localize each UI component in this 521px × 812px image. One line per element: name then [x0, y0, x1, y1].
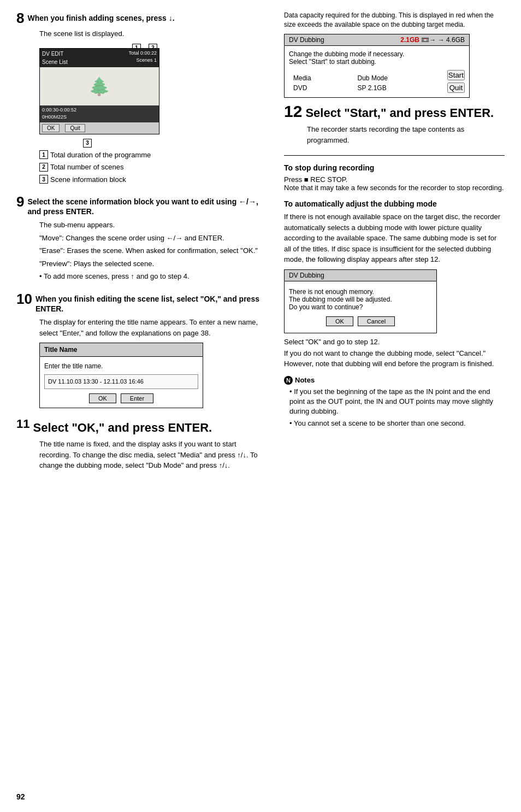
dv-screen-timeline: 0:00:30-0:00:52 0H00M22S	[40, 105, 159, 122]
step-9-number: 9	[16, 195, 24, 209]
step-12-number: 12	[284, 103, 302, 120]
start-button[interactable]: Start	[447, 70, 465, 80]
right-column: Data capacity required for the dubbing. …	[284, 11, 505, 481]
legend-label-2: Total number of scenes	[50, 162, 123, 173]
title-name-box: Title Name Enter the title name. DV 11.1…	[39, 343, 203, 408]
dv-screen-header: DV EDIT Scene List Total 0:00:22 Scenes	[40, 49, 159, 67]
step-9-body: The sub-menu appears. "Move": Changes th…	[39, 220, 268, 282]
step-8-header: 8 When you finish adding scenes, press ↓…	[16, 11, 268, 25]
legend-item-2: 2 Total number of scenes	[39, 162, 268, 173]
step-12-block: 12 Select "Start," and press ENTER. The …	[284, 103, 505, 146]
tree-icon: 🌲	[88, 73, 110, 99]
step-11-number: 11	[16, 418, 29, 430]
confirm-line3: Do you want to continue?	[289, 303, 432, 311]
mode-value: SP 2.1GB	[353, 83, 447, 93]
legend-num-3: 3	[39, 175, 48, 184]
dv-ok-button[interactable]: OK	[42, 124, 60, 132]
dvd-value: DVD	[289, 83, 353, 93]
scene-list-label: Scene List	[42, 58, 68, 66]
dv-dub-title-1: DV Dubbing	[289, 36, 324, 44]
confirm-cancel-button[interactable]: Cancel	[358, 316, 395, 326]
auto-adjust-title: To automatically adjust the dubbing mode	[284, 199, 505, 208]
title-name-body: Enter the title name. DV 11.10.03 13:30 …	[40, 357, 203, 408]
left-column: 8 When you finish adding scenes, press ↓…	[16, 11, 268, 481]
dv-dub-body-1: Change the dubbing mode if necessary. Se…	[285, 46, 469, 97]
legend-num-1: 1	[39, 150, 48, 159]
data-caption: Data capacity required for the dubbing. …	[284, 11, 505, 30]
title-name-placeholder: Enter the title name.	[44, 361, 198, 371]
title-ok-button[interactable]: OK	[89, 393, 116, 403]
dv-dub-line2: Select "Start" to start dubbing.	[289, 58, 465, 66]
step-9-line4: "Preview": Plays the selected scene.	[39, 258, 268, 269]
step-10-block: 10 When you finish editing the scene lis…	[16, 292, 268, 408]
notes-section: N Notes If you set the beginning of the …	[284, 376, 505, 429]
to-stop-title: To stop during recording	[284, 163, 505, 172]
scenes-row: Scenes 1	[128, 57, 157, 64]
dv-dubbing-box-1: DV Dubbing 2.1GB 📼→ → 4.6GB Change the d…	[284, 34, 470, 98]
dv-dub-capacity: 2.1GB 📼→ → 4.6GB	[400, 36, 465, 44]
after-line1: Select "OK" and go to step 12.	[284, 338, 505, 346]
title-name-buttons: OK Enter	[44, 393, 198, 403]
step-10-number: 10	[16, 292, 32, 306]
confirm-ok-button[interactable]: OK	[326, 316, 353, 326]
note-1: If you set the beginning of the tape as …	[289, 387, 505, 417]
step-9-line3: "Erase": Erases the scene. When asked fo…	[39, 245, 268, 256]
step-9-line5: • To add more scenes, press ↑ and go to …	[39, 271, 268, 282]
title-name-header: Title Name	[40, 343, 203, 357]
dv-dub-right: Start Quit	[447, 70, 465, 93]
step-12-line1: The recorder starts recording the tape c…	[307, 124, 505, 145]
notes-title: N Notes	[284, 376, 505, 385]
to-stop-line2: Note that it may take a few seconds for …	[284, 184, 505, 192]
step-10-line1: The display for entering the title name …	[39, 317, 268, 338]
to-stop-line1: Press ■ REC STOP.	[284, 175, 505, 184]
step-9-line1: The sub-menu appears.	[39, 220, 268, 231]
legend-item-3: 3 Scene information block	[39, 174, 268, 185]
dv-dub-header-1: DV Dubbing 2.1GB 📼→ → 4.6GB	[285, 34, 469, 46]
auto-adjust-line1: If there is not enough available space o…	[284, 211, 505, 265]
step-11-block: 11 Select "OK," and press ENTER. The tit…	[16, 418, 268, 471]
dv-screen-totals: Total 0:00:22 Scenes 1	[128, 50, 157, 64]
page-number: 92	[16, 792, 25, 801]
step-9-title: Select the scene information block you w…	[27, 195, 268, 216]
legend-item-1: 1 Total duration of the programme	[39, 150, 268, 161]
step-9-header: 9 Select the scene information block you…	[16, 195, 268, 216]
dv-screen-mockup: DV EDIT Scene List Total 0:00:22 Scenes	[39, 48, 159, 134]
dv-dub-row: Media Dub Mode DVD SP 2.1GB Start Quit	[289, 70, 465, 93]
quit-button[interactable]: Quit	[447, 83, 465, 93]
after-line2: If you do not want to change the dubbing…	[284, 348, 505, 369]
note-2: You cannot set a scene to be shorter tha…	[289, 419, 505, 428]
table-header-row: Media Dub Mode	[289, 73, 447, 83]
notes-list: If you set the beginning of the tape as …	[284, 387, 505, 429]
step-8-body: The scene list is displayed. 1 2	[39, 28, 268, 185]
dv-dub-left: Media Dub Mode DVD SP 2.1GB	[289, 70, 447, 93]
media-col-header: Media	[289, 73, 353, 83]
callout-3-box: 3	[83, 139, 92, 148]
step-8-line1: The scene list is displayed.	[39, 28, 268, 39]
dv-confirm-header: DV Dubbing	[285, 270, 436, 281]
dv-dub-table: Media Dub Mode DVD SP 2.1GB	[289, 73, 447, 93]
step-11-title: Select "OK," and press ENTER.	[33, 418, 212, 436]
title-name-field: DV 11.10.03 13:30 - 12.11.03 16:46	[44, 374, 198, 389]
step-9-block: 9 Select the scene information block you…	[16, 195, 268, 282]
step-9-line2: "Move": Changes the scene order using ←/…	[39, 233, 268, 244]
legend-num-2: 2	[39, 163, 48, 172]
step-11-body: The title name is fixed, and the display…	[39, 439, 268, 471]
step-8-number: 8	[16, 11, 24, 25]
title-enter-button[interactable]: Enter	[121, 393, 153, 403]
dv-screen-footer: OK Quit	[40, 122, 159, 134]
section-divider-1	[284, 155, 505, 156]
table-data-row: DVD SP 2.1GB	[289, 83, 447, 93]
to-stop-section: To stop during recording Press ■ REC STO…	[284, 163, 505, 192]
step-10-title: When you finish editing the scene list, …	[35, 292, 268, 314]
dv-screen-title-area: DV EDIT Scene List	[42, 50, 68, 66]
dv-quit-button[interactable]: Quit	[65, 124, 85, 132]
capacity-suffix: → 4.6GB	[438, 36, 465, 44]
step-11-line1: The title name is fixed, and the display…	[39, 439, 268, 471]
total-time-row: Total 0:00:22	[128, 50, 157, 57]
dub-mode-col-header: Dub Mode	[353, 73, 447, 83]
dv-confirm-box: DV Dubbing There is not enough memory. T…	[284, 269, 437, 333]
dv-dub-line1: Change the dubbing mode if necessary.	[289, 50, 465, 58]
step-12-body: The recorder starts recording the tape c…	[307, 124, 505, 145]
step-12-title: Select "Start," and press ENTER.	[305, 103, 494, 121]
step-8-title: When you finish adding scenes, press ↓.	[27, 11, 174, 23]
